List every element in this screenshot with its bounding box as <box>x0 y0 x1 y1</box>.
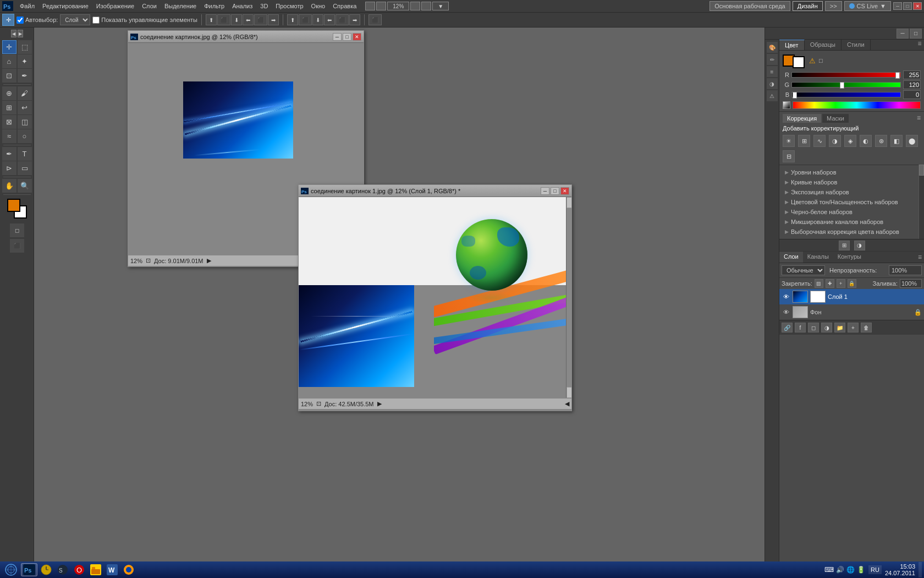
align-right-btn[interactable]: ➡ <box>268 14 279 25</box>
gradient-tool[interactable]: ◫ <box>18 115 32 129</box>
clone-tool[interactable]: ⊞ <box>2 101 16 114</box>
eyedropper-tool[interactable]: ✒ <box>18 69 32 83</box>
masks-tab[interactable]: Маски <box>822 114 849 123</box>
layer-group-btn[interactable]: 📁 <box>834 323 845 332</box>
dist-bot-btn[interactable]: ⬇ <box>312 14 323 25</box>
marquee-tool[interactable]: ⬚ <box>18 40 32 54</box>
mini-icon-adj[interactable]: ◑ <box>767 78 778 89</box>
lock-icon[interactable]: 🔒 <box>848 279 856 288</box>
align-top-btn[interactable]: ⬆ <box>206 14 217 25</box>
magic-wand-tool[interactable]: ✦ <box>18 54 32 68</box>
corr-hue-btn[interactable]: ◐ <box>860 135 872 147</box>
color-tab[interactable]: Цвет <box>779 40 805 50</box>
align-vcenter-btn[interactable]: ⬛ <box>217 14 230 25</box>
mode-icon-1[interactable] <box>365 2 375 10</box>
bw-swatch[interactable] <box>783 101 790 109</box>
doc2-close-btn[interactable]: ✕ <box>560 187 569 195</box>
menu-image[interactable]: Изображение <box>93 2 138 10</box>
doc2-vscroll-bottom[interactable] <box>566 387 571 398</box>
dist-vc-btn[interactable]: ⬛ <box>299 14 312 25</box>
align-left-btn[interactable]: ⬅ <box>243 14 254 25</box>
auto-align-btn[interactable]: ⬛ <box>369 14 382 25</box>
spot-heal-tool[interactable]: ⊕ <box>2 86 16 100</box>
taskbar-photoshop-btn[interactable]: Ps <box>21 563 37 576</box>
rp-minimize-icon[interactable]: ─ <box>897 29 909 39</box>
b-value-input[interactable]: 0 <box>903 90 921 99</box>
taskbar-start-btn[interactable] <box>2 563 20 577</box>
g-slider-thumb[interactable] <box>840 82 844 89</box>
doc2-vscroll-thumb[interactable] <box>566 197 571 208</box>
arrange-icon[interactable] <box>421 2 431 10</box>
layer-new-btn[interactable]: + <box>848 323 859 332</box>
app-restore-btn[interactable]: □ <box>903 2 912 10</box>
b-slider-thumb[interactable] <box>793 92 797 99</box>
r-slider-thumb[interactable] <box>895 72 900 79</box>
menu-file[interactable]: Файл <box>16 2 38 10</box>
move-tool[interactable]: ✛ <box>2 40 16 54</box>
bg-color-display[interactable] <box>793 56 805 68</box>
taskbar-show-desktop[interactable] <box>919 562 922 577</box>
eraser-tool[interactable]: ⊠ <box>2 115 16 129</box>
taskbar-explorer-btn[interactable] <box>88 563 103 576</box>
tray-icon-2[interactable]: 🔊 <box>836 566 844 574</box>
menu-edit[interactable]: Редактирование <box>39 2 92 10</box>
corr-mixing-btn[interactable]: ⊟ <box>783 150 795 162</box>
move-tool-icon[interactable]: ✛ <box>2 14 14 26</box>
doc2-vscrollbar[interactable] <box>566 197 571 398</box>
corr-bw-btn[interactable]: ◧ <box>890 135 903 147</box>
layers-tab[interactable]: Слои <box>779 252 803 263</box>
tray-icon-3[interactable]: 🌐 <box>846 566 855 574</box>
adj-item-0[interactable]: ▶ Уровни наборов <box>783 167 915 177</box>
lock-position-btn[interactable]: ✚ <box>826 279 834 288</box>
adj-item-1[interactable]: ▶ Кривые наборов <box>783 177 915 187</box>
menu-help[interactable]: Справка <box>329 2 360 10</box>
workspace-extend-btn[interactable]: >> <box>825 1 842 11</box>
paths-tab[interactable]: Контуры <box>833 252 866 263</box>
adj-item-2[interactable]: ▶ Экспозиция наборов <box>783 187 915 197</box>
show-controls-checkbox[interactable] <box>92 17 100 24</box>
toolbox-expand-btn[interactable]: ▶ <box>18 30 23 37</box>
layer-adj-btn[interactable]: ◑ <box>821 323 832 332</box>
menu-window[interactable]: Окно <box>308 2 329 10</box>
corr-curves-btn[interactable]: ∿ <box>813 135 826 147</box>
doc1-minimize-btn[interactable]: ─ <box>333 33 342 41</box>
workspace-design-btn[interactable]: Дизайн <box>793 1 823 11</box>
blur-tool[interactable]: ≈ <box>2 129 16 143</box>
layer-fx-btn[interactable]: f <box>795 323 806 332</box>
taskbar-steam-btn[interactable]: S <box>55 563 70 576</box>
r-slider-track[interactable] <box>791 72 901 78</box>
menu-select[interactable]: Выделение <box>161 2 200 10</box>
doc2-maximize-btn[interactable]: □ <box>551 187 559 195</box>
lasso-tool[interactable]: ⌂ <box>2 54 16 68</box>
menu-analysis[interactable]: Анализ <box>229 2 256 10</box>
align-hcenter-btn[interactable]: ⬛ <box>254 14 267 25</box>
path-select-tool[interactable]: ⊳ <box>2 161 16 175</box>
taskbar-firefox-btn[interactable] <box>121 563 136 576</box>
fg-bg-colors[interactable] <box>7 199 27 219</box>
menu-filter[interactable]: Фильтр <box>201 2 228 10</box>
quick-mask-btn[interactable]: ◻ <box>10 223 24 237</box>
adj-item-6[interactable]: ▶ Выборочная коррекция цвета наборов <box>783 227 915 237</box>
history-tool[interactable]: ↩ <box>18 101 32 114</box>
lock-all-btn[interactable]: + <box>837 279 845 288</box>
brush-tool[interactable]: 🖌 <box>18 86 32 100</box>
doc-titlebar-1[interactable]: Ps соединение картинок.jpg @ 12% (RGB/8*… <box>128 31 364 43</box>
adj-item-3[interactable]: ▶ Цветовой тон/Насыщенность наборов <box>783 197 915 207</box>
adj-item-5[interactable]: ▶ Микширование каналов наборов <box>783 217 915 227</box>
corr-vibrance-btn[interactable]: ◈ <box>844 135 856 147</box>
layers-opacity-input[interactable]: 100% <box>889 265 922 275</box>
mode-icon-2[interactable] <box>376 2 386 10</box>
dodge-tool[interactable]: ○ <box>18 129 32 143</box>
layer-row-1[interactable]: 👁 Слой 1 <box>779 289 924 304</box>
rp-maximize-icon[interactable]: □ <box>910 29 922 39</box>
mini-icon-brush[interactable]: ✏ <box>767 54 778 65</box>
crop-tool[interactable]: ⊡ <box>2 69 16 83</box>
autoselect-mode-select[interactable]: Слой <box>60 14 90 25</box>
zoom-display[interactable]: 12% <box>387 2 409 10</box>
adj-item-4[interactable]: ▶ Черно-белое наборов <box>783 207 915 217</box>
doc-titlebar-2[interactable]: Ps соединение картинок 1.jpg @ 12% (Слой… <box>299 185 571 197</box>
layer2-visibility-btn[interactable]: 👁 <box>782 308 790 317</box>
dist-hc-btn[interactable]: ⬛ <box>336 14 349 25</box>
lock-pixels-btn[interactable]: ▨ <box>815 279 823 288</box>
doc2-hscroll[interactable]: ◀ <box>565 400 569 407</box>
